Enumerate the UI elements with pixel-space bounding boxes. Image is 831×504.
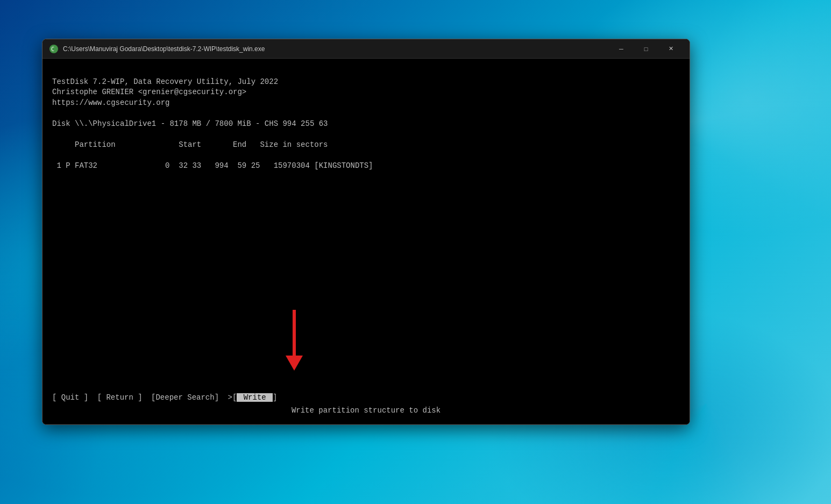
terminal-window: C C:\Users\Manuviraj Godara\Desktop\test…: [42, 39, 690, 425]
status-text: Write partition structure to disk: [292, 406, 441, 415]
status-bar: Write partition structure to disk: [42, 406, 690, 415]
window-controls: ─ □ ✕: [609, 39, 683, 59]
write-item-prefix: >[: [228, 393, 237, 402]
terminal-body: TestDisk 7.2-WIP, Data Recovery Utility,…: [42, 59, 690, 424]
menu-bar: [ Quit ] [ Return ] [Deeper Search] >[ W…: [42, 393, 690, 402]
deeper-search-item[interactable]: [Deeper Search]: [151, 393, 219, 402]
separator1: [90, 393, 95, 402]
write-item[interactable]: Write: [237, 393, 273, 402]
terminal-line1: TestDisk 7.2-WIP, Data Recovery Utility,…: [52, 77, 278, 86]
red-arrow-indicator: [286, 310, 303, 371]
return-item[interactable]: [ Return ]: [97, 393, 143, 402]
terminal-table-header: Partition Start End Size in sectors: [52, 140, 328, 149]
quit-item[interactable]: [ Quit ]: [52, 393, 88, 402]
separator2: [145, 393, 149, 402]
window-icon: C: [49, 44, 59, 54]
maximize-button[interactable]: □: [634, 39, 658, 59]
terminal-line3: https://www.cgsecurity.org: [52, 98, 169, 107]
write-item-suffix: ]: [273, 393, 277, 402]
close-button[interactable]: ✕: [658, 39, 683, 59]
terminal-partition-row: 1 P FAT32 0 32 33 994 59 25 15970304 [KI…: [52, 161, 373, 170]
separator3: [221, 393, 225, 402]
arrow-head: [286, 356, 303, 371]
minimize-button[interactable]: ─: [609, 39, 634, 59]
terminal-line5: Disk \\.\PhysicalDrive1 - 8178 MB / 7800…: [52, 119, 328, 128]
terminal-line2: Christophe GRENIER <grenier@cgsecurity.o…: [52, 88, 246, 96]
title-bar: C C:\Users\Manuviraj Godara\Desktop\test…: [42, 39, 690, 59]
window-title: C:\Users\Manuviraj Godara\Desktop\testdi…: [63, 45, 609, 53]
arrow-line: [293, 310, 296, 356]
svg-text:C: C: [51, 46, 54, 52]
